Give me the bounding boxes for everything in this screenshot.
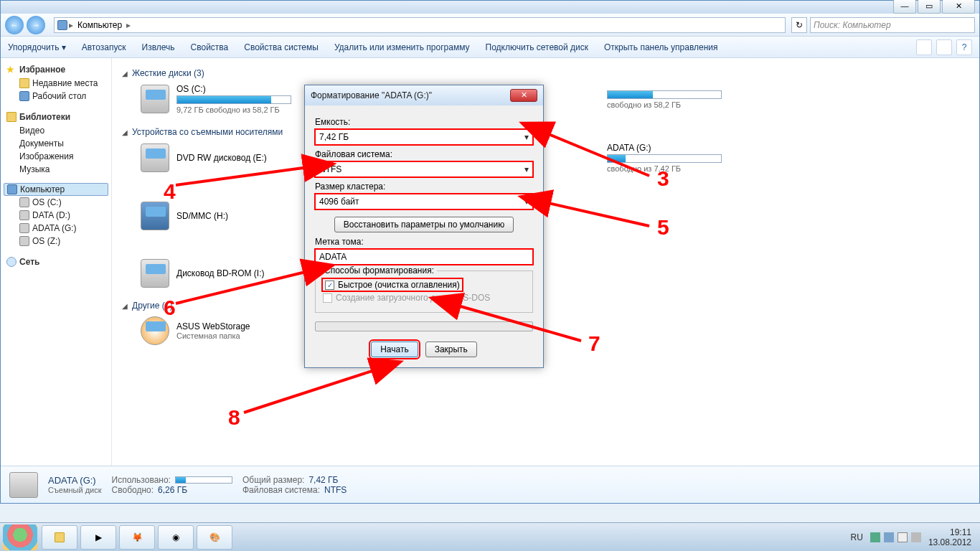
drive-c[interactable]: OS (C:) 9,72 ГБ свободно из 58,2 ГБ: [141, 84, 320, 114]
search-input[interactable]: Поиск: Компьютер: [810, 17, 975, 33]
sidebar-computer[interactable]: Компьютер: [4, 183, 108, 196]
free-label: Свободно:: [112, 485, 154, 495]
restore-defaults-button[interactable]: Восстановить параметры по умолчанию: [334, 217, 514, 232]
quick-format-checkbox[interactable]: ✓: [325, 281, 334, 290]
maximize-button[interactable]: ▭: [918, 0, 941, 14]
details-pane: ADATA (G:) Съемный диск Использовано: Св…: [1, 466, 979, 503]
sidebar-documents[interactable]: Документы: [4, 137, 108, 150]
back-button[interactable]: ←: [5, 16, 24, 34]
used-label: Использовано:: [112, 475, 171, 485]
breadcrumb-computer[interactable]: Компьютер: [75, 20, 125, 30]
removable-devices-header[interactable]: ◢Устройства со съемными носителями: [122, 127, 969, 137]
sidebar-drive-d[interactable]: DATA (D:): [4, 209, 108, 222]
drive-partial-free: свободно из 58,2 ГБ: [607, 100, 786, 109]
drive-c-label: OS (C:): [176, 84, 320, 94]
other-header[interactable]: ◢Другие (1): [122, 301, 969, 311]
favorites-header: Избранное: [19, 65, 65, 75]
star-icon: ★: [6, 65, 17, 75]
content-pane: ◢Жесткие диски (3) OS (C:) 9,72 ГБ свобо…: [112, 58, 979, 466]
sidebar-pictures[interactable]: Изображения: [4, 150, 108, 163]
taskbar-explorer[interactable]: [42, 525, 77, 550]
preview-pane-button[interactable]: [936, 39, 952, 55]
taskbar-paint[interactable]: 🎨: [197, 525, 232, 550]
volume-label-input[interactable]: ADATA: [315, 249, 533, 265]
capacity-bar: [607, 90, 722, 99]
nav-bar: ← → ▸ Компьютер ▸ ↻ Поиск: Компьютер: [1, 14, 979, 37]
sidebar: ★Избранное Недавние места Рабочий стол Б…: [1, 58, 112, 466]
msdos-boot-label: Создание загрузочного диска MS-DOS: [336, 293, 490, 303]
search-placeholder: Поиск: Компьютер: [814, 20, 891, 30]
details-drive-icon: [9, 472, 38, 498]
address-bar[interactable]: ▸ Компьютер ▸: [54, 17, 786, 33]
control-panel-button[interactable]: Открыть панель управления: [604, 42, 718, 52]
folder-icon: [55, 532, 65, 542]
refresh-button[interactable]: ↻: [791, 17, 807, 33]
tray-icons[interactable]: [870, 532, 921, 542]
details-name: ADATA (G:): [48, 475, 102, 486]
time: 19:11: [928, 527, 971, 537]
sd-icon: [141, 202, 169, 230]
tray-action-center-icon[interactable]: [897, 532, 908, 542]
sidebar-videos[interactable]: Видео: [4, 124, 108, 137]
start-button[interactable]: [3, 524, 37, 550]
close-button[interactable]: Закрыть: [425, 342, 477, 357]
dvd-drive[interactable]: DVD RW дисковод (E:): [141, 143, 320, 173]
volume-label-label: Метка тома:: [315, 237, 533, 247]
close-button[interactable]: ✕: [942, 0, 975, 14]
language-indicator[interactable]: RU: [851, 532, 863, 542]
sdmmc-drive[interactable]: SD/MMC (H:): [141, 202, 320, 230]
tray-volume-icon[interactable]: [911, 532, 921, 542]
autoplay-button[interactable]: Автозапуск: [82, 42, 126, 52]
tray-flag-icon[interactable]: [870, 532, 880, 542]
tray-network-icon[interactable]: [884, 532, 894, 542]
fs-label: Файловая система:: [242, 485, 320, 495]
details-type: Съемный диск: [48, 486, 102, 494]
start-button[interactable]: Начать: [371, 342, 418, 357]
folder-icon: [19, 78, 29, 88]
disk-icon: [19, 210, 29, 220]
properties-button[interactable]: Свойства: [191, 42, 229, 52]
dialog-title: Форматирование "ADATA (G:)": [311, 90, 432, 100]
collapse-icon: ◢: [122, 302, 128, 310]
filesystem-select[interactable]: NTFS: [315, 161, 533, 177]
help-button[interactable]: ?: [956, 39, 972, 55]
sidebar-drive-z[interactable]: OS (Z:): [4, 235, 108, 248]
sidebar-drive-c[interactable]: OS (C:): [4, 196, 108, 209]
taskbar-app1[interactable]: ◉: [158, 525, 194, 550]
disk-icon: [19, 236, 29, 246]
desktop-icon: [19, 91, 29, 101]
minimize-button[interactable]: —: [893, 0, 916, 14]
date: 13.08.2012: [928, 537, 971, 547]
sidebar-recent-places[interactable]: Недавние места: [4, 77, 108, 90]
hard-drives-header[interactable]: ◢Жесткие диски (3): [122, 68, 969, 78]
disk-icon: [19, 197, 29, 207]
drive-partial[interactable]: свободно из 58,2 ГБ: [607, 84, 786, 114]
cluster-size-label: Размер кластера:: [315, 182, 533, 192]
dialog-titlebar[interactable]: Форматирование "ADATA (G:)" ✕: [305, 85, 543, 105]
capacity-select[interactable]: 7,42 ГБ: [315, 129, 533, 145]
organize-menu[interactable]: Упорядочить ▾: [8, 42, 66, 52]
taskbar-vlc[interactable]: ▶: [80, 525, 116, 550]
adata-drive[interactable]: ADATA (G:) свободно из 7,42 ГБ: [607, 143, 786, 173]
sidebar-desktop[interactable]: Рабочий стол: [4, 90, 108, 103]
dialog-close-button[interactable]: ✕: [510, 89, 537, 102]
taskbar-firefox[interactable]: 🦊: [119, 525, 155, 550]
cluster-size-select[interactable]: 4096 байт: [315, 194, 533, 209]
uninstall-button[interactable]: Удалить или изменить программу: [334, 42, 470, 52]
bd-drive[interactable]: Дисковод BD-ROM (I:): [141, 259, 969, 288]
libraries-icon: [6, 112, 17, 122]
view-options-button[interactable]: [916, 39, 932, 55]
forward-button[interactable]: →: [27, 16, 45, 34]
msdos-boot-checkbox: [323, 293, 332, 303]
sidebar-music[interactable]: Музыка: [4, 163, 108, 176]
toolbar: Упорядочить ▾ Автозапуск Извлечь Свойств…: [1, 37, 979, 58]
chevron-icon: ▸: [67, 20, 75, 30]
asus-webstorage[interactable]: ASUS WebStorage Системная папка: [141, 316, 320, 345]
eject-button[interactable]: Извлечь: [142, 42, 175, 52]
clock[interactable]: 19:11 13.08.2012: [928, 527, 971, 547]
capacity-bar: [176, 95, 291, 104]
map-drive-button[interactable]: Подключить сетевой диск: [486, 42, 588, 52]
sidebar-drive-g[interactable]: ADATA (G:): [4, 222, 108, 235]
titlebar: — ▭ ✕: [1, 1, 979, 14]
system-properties-button[interactable]: Свойства системы: [244, 42, 319, 52]
